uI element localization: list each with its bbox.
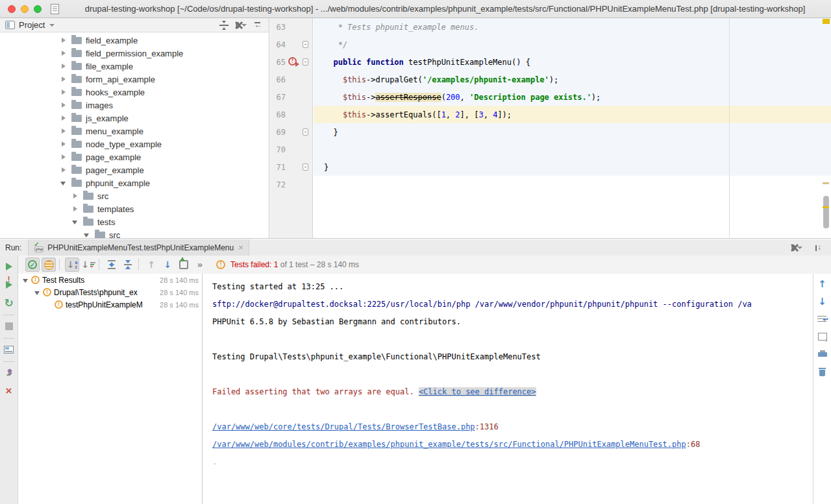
test-tree-item[interactable]: !Test Results28 s 140 ms [19, 274, 202, 286]
project-tree-item-hooks_example[interactable]: hooks_example [0, 86, 269, 99]
expand-arrow-icon[interactable] [60, 76, 67, 82]
expand-arrow-icon[interactable] [60, 102, 67, 108]
project-tree-item-file_example[interactable]: file_example [0, 60, 269, 73]
collapse-all-icon[interactable] [218, 19, 230, 31]
project-tree-item-src[interactable]: src [0, 228, 269, 238]
expand-arrow-icon[interactable] [60, 37, 67, 43]
fold-marker-icon[interactable] [303, 58, 308, 66]
run-tab[interactable]: ✓php PHPUnitExampleMenuTest.testPhpUnitE… [28, 239, 249, 256]
gutter-cell[interactable]: 65! [270, 53, 314, 71]
scroll-to-end-icon[interactable] [815, 330, 830, 344]
expand-arrow-icon[interactable] [72, 193, 79, 199]
project-tree-item-menu_example[interactable]: menu_example [0, 125, 269, 138]
project-tree-item-tests[interactable]: tests [0, 215, 269, 228]
up-stacktrace-icon[interactable]: ↑ [815, 277, 830, 291]
collapse-arrow-icon[interactable] [34, 289, 41, 296]
test-failed-gutter-icon[interactable]: ! [288, 57, 297, 66]
fold-marker-icon[interactable] [303, 41, 308, 48]
stop-button[interactable] [2, 319, 16, 333]
down-stacktrace-icon[interactable]: ↓ [815, 294, 830, 309]
editor-line-69: 69 } [270, 123, 821, 141]
clear-all-icon[interactable] [815, 365, 830, 379]
project-tree-item-phpunit_example[interactable]: phpunit_example [0, 176, 269, 189]
expand-arrow-icon[interactable] [60, 63, 67, 69]
warning-stripe-mark-2[interactable] [823, 206, 829, 208]
soft-wrap-icon[interactable] [815, 312, 830, 326]
project-tree-item-field_permission_example[interactable]: field_permission_example [0, 47, 269, 60]
chevron-down-icon[interactable] [49, 24, 55, 27]
project-tree-item-pager_example[interactable]: pager_example [0, 163, 269, 176]
expand-arrow-icon[interactable] [60, 128, 67, 134]
previous-failed-test-button[interactable]: ↑ [144, 258, 158, 272]
project-tree-item-form_api_example[interactable]: form_api_example [0, 73, 269, 86]
error-stripe[interactable] [821, 18, 831, 238]
test-tree-item[interactable]: !testPhpUnitExampleM28 s 140 ms [19, 298, 202, 311]
restore-layout-icon[interactable] [2, 342, 16, 357]
gutter-cell[interactable]: 64 [270, 36, 314, 53]
project-tree-item-templates[interactable]: templates [0, 202, 269, 215]
close-tab-icon[interactable]: × [238, 243, 243, 252]
expand-arrow-icon[interactable] [60, 154, 67, 160]
gutter-cell[interactable]: 63 [270, 18, 314, 36]
collapse-arrow-icon[interactable] [84, 232, 90, 238]
pin-tab-icon[interactable] [2, 366, 16, 380]
zoom-window-button[interactable] [34, 5, 42, 13]
next-failed-test-button[interactable]: ↓ [160, 258, 175, 272]
console-hyperlink[interactable]: <Click to see difference> [419, 387, 536, 396]
expand-arrow-icon[interactable] [60, 50, 67, 56]
project-tree-item-images[interactable]: images [0, 99, 269, 112]
hide-panel-icon[interactable] [252, 19, 264, 31]
sort-by-duration-button[interactable]: ↓ [81, 258, 95, 272]
tree-item-label: src [97, 191, 108, 201]
warning-stripe-mark[interactable] [823, 182, 829, 184]
sort-alphabetically-button[interactable]: ↓az [65, 258, 79, 272]
show-passed-button[interactable]: ✓ [25, 258, 40, 272]
project-tree-item-src[interactable]: src [0, 189, 269, 202]
gutter-cell[interactable]: 71 [270, 158, 314, 176]
fold-marker-icon[interactable] [303, 128, 308, 136]
rerun-failed-tests-button[interactable]: ! [2, 278, 16, 292]
gutter-cell[interactable]: 72 [270, 176, 314, 193]
show-ignored-button[interactable] [42, 258, 56, 272]
run-settings-gear-icon[interactable] [791, 242, 802, 254]
expand-all-button[interactable] [105, 258, 119, 272]
tree-item-label: images [86, 101, 113, 110]
file-status-warning-marker[interactable] [823, 19, 830, 24]
minimize-window-button[interactable] [21, 5, 29, 13]
collapse-arrow-icon[interactable] [72, 219, 79, 225]
gutter-cell[interactable]: 66 [270, 71, 314, 88]
project-tree-item-field_example[interactable]: field_example [0, 34, 269, 47]
fold-marker-icon[interactable] [303, 163, 308, 171]
expand-arrow-icon[interactable] [60, 141, 67, 147]
collapse-arrow-icon[interactable] [60, 180, 67, 186]
console-hyperlink[interactable]: /var/www/web/modules/contrib/examples/ph… [212, 440, 686, 449]
code-editor[interactable]: 63 * Tests phpunit_example menus.64 */65… [270, 18, 831, 238]
project-tree-item-node_type_example[interactable]: node_type_example [0, 138, 269, 150]
gutter-cell[interactable]: 70 [270, 141, 314, 158]
project-panel-title[interactable]: Project [19, 20, 45, 30]
project-tree-item-page_example[interactable]: page_example [0, 150, 269, 163]
toggle-auto-test-icon[interactable]: ↻ [2, 296, 16, 310]
gutter-cell[interactable]: 68 [270, 106, 314, 123]
console-hyperlink[interactable]: /var/www/web/core/tests/Drupal/Tests/Bro… [212, 422, 475, 431]
collapse-arrow-icon[interactable] [23, 277, 29, 283]
print-icon[interactable] [815, 347, 830, 361]
project-tree-item-js_example[interactable]: js_example [0, 112, 269, 125]
gear-icon[interactable] [235, 19, 247, 31]
hide-run-panel-icon[interactable] [813, 242, 825, 254]
rerun-button[interactable] [2, 259, 16, 274]
test-tree-item[interactable]: !Drupal\Tests\phpunit_ex28 s 140 ms [19, 286, 202, 298]
expand-arrow-icon[interactable] [60, 167, 67, 173]
import-test-results-button[interactable] [177, 258, 191, 272]
close-window-button[interactable] [8, 5, 16, 13]
test-console-output[interactable]: Testing started at 13:25 ...sftp://docke… [203, 274, 813, 504]
expand-arrow-icon[interactable] [60, 89, 67, 95]
expand-arrow-icon[interactable] [60, 115, 67, 121]
gutter-cell[interactable]: 69 [270, 123, 314, 141]
gutter-cell[interactable]: 67 [270, 88, 314, 106]
expand-arrow-icon[interactable] [72, 206, 79, 212]
more-actions-icon[interactable]: » [193, 258, 207, 272]
close-run-panel-icon[interactable]: × [2, 384, 16, 398]
collapse-all-button[interactable] [121, 258, 135, 272]
editor-scrollbar-thumb[interactable] [823, 196, 829, 228]
